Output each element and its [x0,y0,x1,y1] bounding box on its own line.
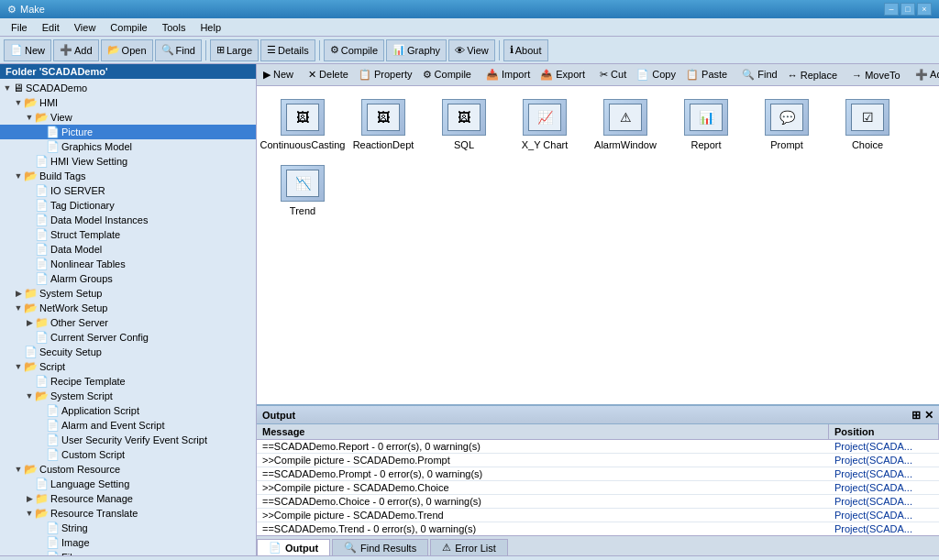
tree-item-language-setting[interactable]: 📄Language Setting [0,477,256,491]
tree-item-network-setup[interactable]: ▼📂NetWork Setup [0,301,256,315]
tree-expand-icon[interactable]: ▼ [13,362,24,371]
tree-item-picture[interactable]: 📄Picture [0,125,256,139]
output-header-controls[interactable]: ⊞ ✕ [911,409,933,422]
window-controls[interactable]: – □ × [884,3,932,16]
ct-replace-button[interactable]: ↔ Replace [783,66,842,84]
tree-item-recipe-template[interactable]: 📄Recipe Template [0,374,256,389]
output-row[interactable]: ==SCADADemo.Report - 0 error(s), 0 warni… [257,440,939,454]
ct-delete-button[interactable]: ✕ Delete [304,66,353,84]
menu-edit[interactable]: Edit [35,20,67,35]
tree-item-current-server-config[interactable]: 📄Current Server Config [0,330,256,345]
open-button[interactable]: 📂 Open [101,39,153,61]
tree-item-view[interactable]: ▼📂View [0,110,256,125]
tree-item-data-model[interactable]: 📄Data Model [0,242,256,257]
menu-file[interactable]: File [4,20,35,35]
details-button[interactable]: ☰ Details [260,39,315,61]
find-button[interactable]: 🔍 Find [155,39,202,61]
close-button[interactable]: × [917,3,932,16]
tree-item-image[interactable]: 📄Image [0,535,256,550]
ct-import-button[interactable]: 📥 Import [481,66,535,84]
ct-cut-button[interactable]: ✂ Cut [595,66,631,84]
grid-item-reaction-dept[interactable]: 🖼ReactionDept [347,95,420,154]
tree-expand-icon[interactable]: ▼ [2,83,13,93]
grid-item-continuous-casting[interactable]: 🖼ContinuousCasting [266,95,339,154]
grid-item-sql[interactable]: 🖼SQL [427,95,501,154]
output-float-icon[interactable]: ⊞ [911,409,921,422]
tree-expand-icon[interactable]: ▼ [24,113,35,122]
menu-tools[interactable]: Tools [155,20,193,35]
tree-item-graphics-model[interactable]: 📄Graphics Model [0,139,256,154]
output-tab-find-results[interactable]: 🔍Find Results [332,539,428,555]
tree-item-io-server[interactable]: 📄IO SERVER [0,183,256,198]
grid-item-trend[interactable]: 📉Trend [266,161,339,220]
new-button[interactable]: 📄 New [4,39,51,61]
about-button[interactable]: ℹ About [503,39,548,61]
tree-item-build-tags[interactable]: ▼📂Build Tags [0,169,256,183]
tree-expand-icon[interactable]: ▶ [24,494,35,503]
tree-item-resource-manage[interactable]: ▶📁Resource Manage [0,491,256,506]
tree-item-struct-template[interactable]: 📄Struct Template [0,227,256,242]
tree-item-hmi-view-setting[interactable]: 📄HMI View Setting [0,154,256,169]
tree-item-script[interactable]: ▼📂Script [0,359,256,374]
tree-item-hmi[interactable]: ▼📂HMI [0,95,256,110]
tree-item-application-script[interactable]: 📄Application Script [0,403,256,418]
tree-item-user-security-script[interactable]: 📄User Security Verify Event Script [0,433,256,447]
tree-item-custom-script[interactable]: 📄Custom Script [0,447,256,462]
tree-item-other-server[interactable]: ▶📁Other Server [0,315,256,330]
grid-item-prompt[interactable]: 💬Prompt [750,95,823,154]
grid-item-x-y-chart[interactable]: 📈X_Y Chart [508,95,581,154]
menu-view[interactable]: View [67,20,104,35]
large-button[interactable]: ⊞ Large [210,39,259,61]
tree-item-tag-dictionary[interactable]: 📄Tag Dictionary [0,198,256,213]
ct-add-button[interactable]: ➕ Add [911,66,939,84]
tree-item-file[interactable]: 📄File [0,550,256,555]
menu-compile[interactable]: Compile [103,20,154,35]
tree-item-security-setup[interactable]: 📄Secuity Setup [0,345,256,359]
ct-new-button[interactable]: ▶ New [259,66,298,84]
grid-item-alarm-window[interactable]: ⚠AlarmWindow [589,95,662,154]
compile-button[interactable]: ⚙ Compile [324,39,384,61]
output-row[interactable]: >>Compile picture - SCADADemo.PromptProj… [257,454,939,467]
add-button[interactable]: ➕ Add [53,39,99,61]
ct-export-button[interactable]: 📤 Export [536,66,590,84]
ct-moveto-button[interactable]: → MoveTo [847,66,905,84]
tree-item-nonlinear-tables[interactable]: 📄Nonlinear Tables [0,257,256,271]
output-row[interactable]: >>Compile picture - SCADADemo.ChoiceProj… [257,481,939,495]
ct-property-button[interactable]: 📋 Property [354,66,417,84]
grid-item-report[interactable]: 📊Report [669,95,743,154]
ct-compile-button[interactable]: ⚙ Compile [418,66,476,84]
tree-expand-icon[interactable]: ▼ [13,303,24,313]
ct-find-button[interactable]: 🔍 Find [737,66,781,84]
output-tab-output[interactable]: 📄Output [257,539,330,555]
tree-expand-icon[interactable]: ▼ [24,391,35,401]
tree-item-string[interactable]: 📄String [0,521,256,535]
tree-expand-icon[interactable]: ▼ [13,171,24,181]
tree-item-system-script[interactable]: ▼📂System Script [0,389,256,403]
output-row[interactable]: ==SCADADemo.Choice - 0 error(s), 0 warni… [257,495,939,509]
tree-expand-icon[interactable]: ▼ [13,98,24,107]
tree-expand-icon[interactable]: ▼ [24,509,35,518]
tree-expand-icon[interactable]: ▶ [13,289,24,298]
output-close-icon[interactable]: ✕ [924,409,933,422]
output-row[interactable]: ==SCADADemo.Trend - 0 error(s), 0 warnin… [257,522,939,535]
ct-copy-button[interactable]: 📄 Copy [632,66,680,84]
tree-item-resource-translate[interactable]: ▼📂Resource Translate [0,506,256,521]
output-row[interactable]: >>Compile picture - SCADADemo.TrendProje… [257,509,939,522]
tree-expand-icon[interactable]: ▶ [24,318,35,327]
tree-expand-icon[interactable]: ▼ [13,465,24,474]
tree-item-alarm-groups[interactable]: 📄Alarm Groups [0,271,256,286]
output-row[interactable]: ==SCADADemo.Prompt - 0 error(s), 0 warni… [257,467,939,481]
minimize-button[interactable]: – [884,3,899,16]
tree-item-alarm-event-script[interactable]: 📄Alarm and Event Script [0,418,256,433]
ct-paste-button[interactable]: 📋 Paste [681,66,732,84]
tree-item-scadademo[interactable]: ▼🖥SCADADemo [0,81,256,95]
maximize-button[interactable]: □ [900,3,915,16]
graphy-button[interactable]: 📊 Graphy [386,39,447,61]
grid-item-choice[interactable]: ☑Choice [831,95,904,154]
tree-item-custom-resource[interactable]: ▼📂Custom Resource [0,462,256,477]
tree-item-data-model-instances[interactable]: 📄Data Model Instances [0,213,256,227]
menu-help[interactable]: Help [193,20,228,35]
tree-item-system-setup[interactable]: ▶📁System Setup [0,286,256,301]
output-tab-error-list[interactable]: ⚠Error List [430,539,508,555]
view-button[interactable]: 👁 View [448,39,495,61]
